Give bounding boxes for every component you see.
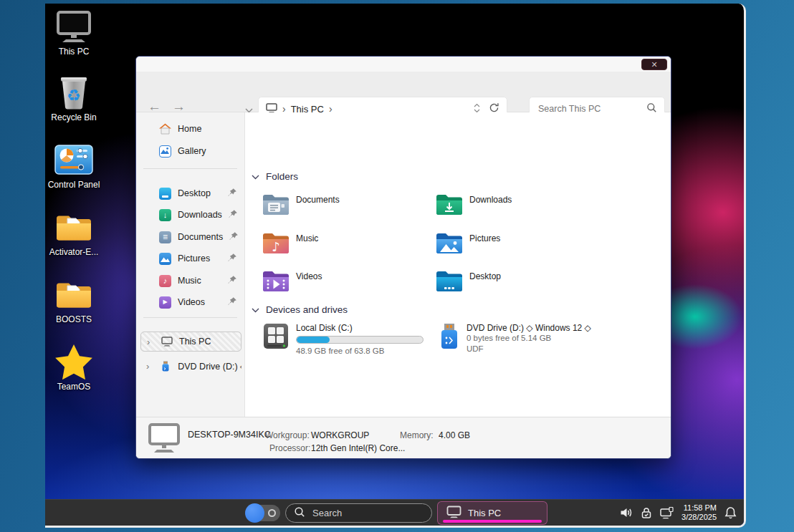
taskbar-clock[interactable]: 11:58 PM 3/28/2025 [681,503,717,522]
disk-usage-bar [296,336,424,344]
taskbar: This PC [45,499,744,526]
downloads-icon: ↓ [159,209,171,221]
sidebar-item-label: Downloads [178,210,222,220]
videos-icon: ▶ [159,296,171,309]
sidebar-item-dvd-drive[interactable]: › DVD Drive (D:) ◇ Windows 12 ◇ [140,357,241,375]
drive-tile-dvd[interactable]: DVD Drive (D:) ◇ Windows 12 ◇ 0 bytes fr… [436,323,622,354]
forward-button[interactable]: → [172,100,186,114]
sidebar-item-pictures[interactable]: Pictures [140,249,241,268]
workgroup-value: WORKGROUP [311,430,369,440]
vm-frame: This PC ♻ Recycle Bin [0,0,794,532]
taskbar-toggle[interactable] [247,505,280,521]
hard-disk-icon [262,323,290,349]
back-button[interactable]: ← [148,100,161,114]
svg-text:♻: ♻ [67,87,81,105]
desktop-icon-boosts-folder[interactable]: BOOSTS [46,276,102,324]
sidebar-item-downloads[interactable]: ↓ Downloads [140,205,241,224]
this-pc-task-icon [446,506,461,521]
system-tray: 11:58 PM 3/28/2025 [620,500,737,526]
clock-time: 11:58 PM [684,503,717,512]
desktop-icon-label: Recycle Bin [51,113,96,122]
sidebar-item-gallery[interactable]: Gallery [140,142,241,160]
toggle-ring-icon [268,509,276,517]
notifications-bell-icon[interactable] [724,506,737,519]
tile-label: Downloads [469,193,512,216]
sidebar-item-label: Home [178,124,201,134]
taskbar-search[interactable] [285,503,432,523]
active-task-indicator [443,520,542,523]
pin-icon [229,209,238,221]
toggle-knob [245,503,264,523]
disk-usage-fill [297,337,330,343]
desktop-icon-label: This PC [59,47,90,57]
videos-folder-icon [262,269,290,293]
drives-section-header[interactable]: Devices and drives [252,304,348,315]
pictures-folder-icon [436,231,463,255]
folder-tile-music[interactable]: ♪ Music [262,231,427,255]
folder-tile-documents[interactable]: Documents [262,193,427,216]
sidebar-item-label: Videos [178,297,205,307]
drive-free-space: 0 bytes free of 5.14 GB [467,333,591,344]
sidebar-item-this-pc[interactable]: › This PC [140,332,241,352]
sidebar-item-videos[interactable]: ▶ Videos [140,293,241,311]
desktop-icon-teamos[interactable]: TeamOS [46,344,102,392]
folder-tile-pictures[interactable]: Pictures [436,231,601,255]
taskbar-task-this-pc[interactable]: This PC [437,501,547,525]
usb-drive-icon [439,323,460,350]
documents-folder-icon [262,193,290,216]
gallery-icon [159,145,171,158]
svg-text:♪: ♪ [272,239,280,254]
downloads-folder-icon [436,193,463,216]
expand-chevron-icon[interactable]: › [146,361,153,372]
music-icon: ♪ [159,275,171,287]
sidebar-item-label: Documents [178,232,223,242]
sidebar-item-desktop[interactable]: Desktop [140,184,241,203]
task-label: This PC [468,508,501,518]
this-pc-icon [54,9,93,44]
drive-name: Local Disk (C:) [296,323,424,333]
sidebar-item-label: Music [178,276,201,286]
desktop-icon-activator-folder[interactable]: Activator-E... [46,209,102,257]
sidebar-item-music[interactable]: ♪ Music [140,271,241,290]
drive-filesystem: UDF [467,344,591,354]
pictures-icon [159,253,171,265]
folder-tile-videos[interactable]: Videos [262,269,427,293]
close-icon: ✕ [651,60,657,69]
sidebar-item-home[interactable]: Home [140,120,241,138]
tile-label: Pictures [469,231,500,255]
music-folder-icon: ♪ [262,231,290,255]
desktop-icon-this-pc[interactable]: This PC [46,9,102,57]
tile-label: Videos [296,269,322,293]
desktop-folder-icon [159,188,171,200]
tile-label: Desktop [469,269,501,293]
sidebar-item-documents[interactable]: ≡ Documents [140,228,241,246]
computer-name: DESKTOP-9M34IKC [188,430,271,440]
desktop-folder-icon [436,269,463,293]
section-title: Devices and drives [266,304,348,315]
workgroup-label: Workgroup: [265,430,310,440]
folder-tile-downloads[interactable]: Downloads [436,193,601,216]
pin-icon [228,253,237,264]
folders-section-header[interactable]: Folders [252,171,298,182]
collapse-chevron-icon [252,306,259,314]
desktop-icon-label: BOOSTS [56,315,92,324]
sidebar-item-label: Pictures [178,253,210,263]
window-titlebar[interactable]: ✕ [136,57,671,72]
expand-chevron-icon[interactable]: › [147,337,154,347]
close-button[interactable]: ✕ [641,59,667,70]
folder-tile-desktop[interactable]: Desktop [436,269,601,293]
desktop-icon-label: TeamOS [57,382,91,392]
clock-date: 3/28/2025 [681,513,717,521]
sidebar-item-label: Desktop [178,188,211,198]
sidebar-divider [143,168,237,169]
volume-icon[interactable] [620,507,633,518]
taskbar-search-input[interactable] [311,507,424,519]
desktop-icon-recycle-bin[interactable]: ♻ Recycle Bin [46,74,102,122]
control-panel-icon [54,142,93,178]
drive-tile-local-disk[interactable]: Local Disk (C:) 48.9 GB free of 63.8 GB [262,323,427,357]
navigation-pane: Home Gallery Desktop [136,112,245,417]
search-icon [294,506,305,521]
desktop-icon-control-panel[interactable]: Control Panel [46,142,102,190]
security-lock-icon[interactable] [641,507,652,519]
network-icon[interactable] [660,507,674,519]
